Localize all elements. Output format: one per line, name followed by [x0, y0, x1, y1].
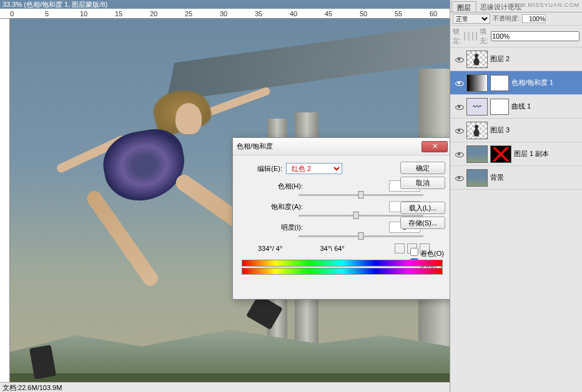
visibility-icon[interactable]	[454, 149, 464, 159]
layer-thumbnail[interactable]	[466, 169, 488, 187]
visibility-icon[interactable]	[454, 125, 464, 135]
layer-item[interactable]: 图层 1 副本	[450, 142, 582, 166]
lock-position-icon[interactable]	[472, 32, 473, 41]
layers-tab[interactable]: 图层	[451, 1, 476, 12]
layer-item[interactable]: 图层 2	[450, 47, 582, 71]
fill-label: 填充:	[480, 27, 488, 46]
eyedropper-icon[interactable]	[395, 243, 405, 253]
fill-input[interactable]	[491, 31, 580, 41]
lock-all-icon[interactable]	[476, 32, 477, 41]
layer-mask-thumbnail[interactable]	[490, 99, 509, 115]
lock-label: 锁定:	[453, 27, 461, 46]
lock-pixels-icon[interactable]	[468, 32, 469, 41]
dialog-title: 色相/饱和度	[237, 142, 422, 151]
layer-name: 图层 2	[490, 54, 510, 64]
adjustment-icon[interactable]	[466, 74, 488, 92]
visibility-icon[interactable]	[454, 102, 464, 112]
opacity-label: 不透明度:	[493, 14, 520, 23]
blend-mode-select[interactable]: 正常	[453, 14, 490, 24]
layer-thumbnail[interactable]	[466, 122, 488, 139]
dialog-titlebar[interactable]: 色相/饱和度 ✕	[233, 138, 451, 155]
layers-panel: WWW.MISSYUAN.COM 图层 思缘设计论坛 正常 不透明度: 锁定: …	[450, 0, 582, 392]
layer-name: 背景	[490, 173, 504, 182]
color-spectrum[interactable]	[242, 260, 443, 277]
layer-item[interactable]: 〰 曲线 1	[450, 95, 582, 119]
load-button[interactable]: 载入(L)...	[400, 202, 445, 214]
lightness-label: 明度(I):	[239, 223, 308, 232]
vertical-ruler	[0, 19, 10, 382]
layer-item[interactable]: 背景	[450, 166, 582, 190]
layer-item[interactable]: 图层 3	[450, 119, 582, 142]
save-button[interactable]: 存储(S)...	[400, 217, 445, 229]
edit-select[interactable]: 红色 2	[286, 163, 342, 174]
layer-name: 图层 3	[490, 125, 510, 135]
lock-transparency-icon[interactable]	[464, 32, 465, 41]
layer-thumbnail[interactable]	[466, 145, 488, 163]
document-title: 33.3% (色相/饱和度 1, 图层蒙版/8)	[2, 1, 107, 8]
visibility-icon[interactable]	[454, 54, 464, 64]
layer-mask-thumbnail[interactable]	[490, 145, 511, 163]
watermark: WWW.MISSYUAN.COM	[508, 2, 580, 8]
curves-adjustment-icon[interactable]: 〰	[466, 98, 488, 115]
layers-list: 图层 2 色相/饱和度 1 〰 曲线 1 图层 3 图层 1 副本	[450, 47, 582, 190]
layer-mask-thumbnail[interactable]	[490, 75, 509, 91]
layer-item-selected[interactable]: 色相/饱和度 1	[450, 71, 582, 95]
layer-thumbnail[interactable]	[466, 51, 488, 68]
status-bar: 文档:22.6M/103.9M	[0, 382, 450, 392]
hue-saturation-dialog: 色相/饱和度 ✕ 确定 取消 载入(L)... 存储(S)... 编辑(E): …	[232, 137, 452, 300]
doc-size: 文档:22.6M/103.9M	[2, 384, 62, 391]
layer-name: 图层 1 副本	[514, 149, 549, 159]
edit-label: 编辑(E):	[239, 164, 286, 174]
colorize-checkbox[interactable]: 着色(O)	[410, 248, 444, 258]
layer-name: 曲线 1	[511, 102, 531, 111]
cancel-button[interactable]: 取消	[400, 177, 445, 189]
visibility-icon[interactable]	[454, 173, 464, 183]
ok-button[interactable]: 确定	[400, 162, 445, 174]
opacity-input[interactable]	[522, 14, 546, 23]
angle-left: 334°/ 4°	[258, 245, 282, 252]
close-button[interactable]: ✕	[422, 141, 448, 152]
saturation-label: 饱和度(A):	[239, 202, 308, 212]
angle-right: 34°\ 64°	[320, 245, 344, 252]
layer-name: 色相/饱和度 1	[511, 78, 553, 87]
hue-slider[interactable]	[298, 194, 423, 196]
lightness-slider[interactable]	[298, 235, 423, 237]
saturation-slider[interactable]	[298, 215, 423, 217]
hue-label: 色相(H):	[239, 182, 308, 191]
visibility-icon[interactable]	[454, 78, 464, 88]
